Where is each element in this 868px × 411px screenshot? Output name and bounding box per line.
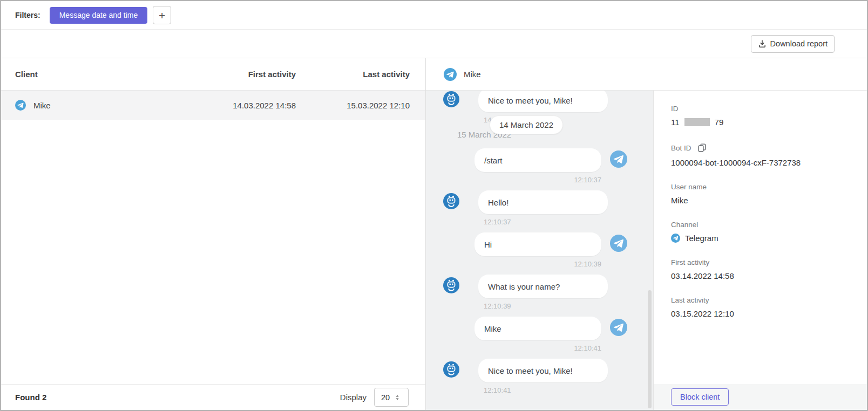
copy-icon[interactable] [697, 142, 707, 153]
chat-client-name: Mike [464, 70, 481, 79]
field-user-name: User name Mike [671, 183, 856, 205]
client-dialogs-page: Filters: Message date and time + Downloa… [0, 0, 868, 411]
client-name: Mike [33, 101, 51, 110]
main-area: Client First activity Last activity Mike… [1, 58, 867, 410]
client-first-activity: 14.03.2022 14:58 [199, 101, 296, 110]
add-filter-button[interactable]: + [153, 6, 171, 24]
message-timestamp: 12:10:41 [484, 386, 653, 394]
field-id: ID 1179 [671, 105, 856, 127]
filter-message-date-time-button[interactable]: Message date and time [50, 7, 148, 24]
chat-message-bot: Nice to meet you, Mike! 12:10:41 [426, 359, 653, 394]
field-user-name-label: User name [671, 183, 856, 191]
telegram-icon [610, 150, 627, 168]
id-value-start: 11 [671, 118, 680, 127]
page-size-value: 20 [381, 393, 390, 402]
message-bubble: What is your name? [478, 275, 608, 298]
field-id-value: 1179 [671, 118, 856, 127]
bot-avatar-icon [443, 361, 459, 378]
field-last-activity-value: 03.15.2022 12:10 [671, 309, 856, 318]
chat-header: Mike [426, 58, 867, 91]
found-count: Found 2 [15, 393, 46, 402]
client-details-panel: ID 1179 Bot ID [653, 91, 867, 410]
display-label: Display [340, 393, 367, 402]
client-row-mike[interactable]: Mike 14.03.2022 14:58 15.03.2022 12:10 [1, 91, 425, 120]
field-channel-label: Channel [671, 221, 856, 229]
field-bot-id: Bot ID 1000094-bot-1000094-cxF-7372738 [671, 142, 856, 167]
message-timestamp: 12:10:39 [426, 260, 653, 268]
field-channel-value: Telegram [685, 234, 718, 243]
client-last-activity: 15.03.2022 12:10 [296, 101, 410, 110]
filters-bar: Filters: Message date and time + [1, 1, 867, 30]
block-client-button[interactable]: Block client [671, 388, 729, 406]
message-bubble: Mike [474, 317, 601, 340]
clients-table-footer: Found 2 Display 20 [1, 384, 425, 410]
clients-table-header: Client First activity Last activity [1, 58, 425, 91]
field-last-activity-label: Last activity [671, 296, 856, 304]
chat-message-client: /start 12:10:37 [426, 148, 653, 184]
download-report-button[interactable]: Download report [751, 35, 835, 53]
column-header-client: Client [15, 70, 199, 79]
chat-message-bot: Hello! 12:10:37 [426, 190, 653, 226]
dialog-region: Mike Nice to meet you, Mike! 14:58:2 [426, 58, 867, 410]
chat-scrollbar-thumb[interactable] [648, 290, 652, 408]
clients-table-body: Mike 14.03.2022 14:58 15.03.2022 12:10 [1, 91, 425, 384]
message-timestamp: 12:10:37 [484, 218, 653, 226]
date-divider-group: 15 March 2022 14 March 2022 [426, 122, 653, 148]
stepper-arrows-icon [395, 394, 400, 401]
message-timestamp: 12:10:41 [426, 344, 653, 352]
telegram-icon [444, 68, 457, 81]
message-bubble: /start [474, 148, 601, 172]
redacted-block [684, 118, 710, 126]
column-header-first-activity: First activity [199, 70, 296, 79]
telegram-icon [15, 100, 26, 111]
telegram-icon [671, 234, 680, 243]
chat-message-list: Nice to meet you, Mike! 14:58:2 15 March… [426, 91, 653, 410]
filters-label: Filters: [15, 11, 40, 19]
field-first-activity-value: 03.14.2022 14:58 [671, 271, 856, 280]
telegram-icon [610, 235, 627, 252]
chat-message-client: Mike 12:10:41 [426, 317, 653, 352]
message-bubble: Nice to meet you, Mike! [478, 359, 608, 382]
page-size-select[interactable]: 20 [374, 388, 409, 407]
field-channel: Channel Telegram [671, 221, 856, 243]
field-user-name-value: Mike [671, 196, 856, 205]
column-header-last-activity: Last activity [296, 70, 410, 79]
field-bot-id-value: 1000094-bot-1000094-cxF-7372738 [671, 158, 856, 167]
field-bot-id-label: Bot ID [671, 144, 691, 152]
chat-message-client: Hi 12:10:39 [426, 232, 653, 268]
field-first-activity-label: First activity [671, 258, 856, 266]
id-value-end: 79 [715, 118, 724, 127]
download-icon [758, 39, 767, 48]
bot-avatar-icon [443, 277, 459, 293]
field-id-label: ID [671, 105, 856, 113]
message-bubble: Hi [474, 232, 601, 256]
telegram-icon [610, 319, 627, 336]
report-toolbar: Download report [1, 30, 867, 58]
message-timestamp: 12:10:39 [484, 302, 653, 310]
chat-message-bot: What is your name? 12:10:39 [426, 275, 653, 310]
message-bubble: Nice to meet you, Mike! [478, 91, 608, 112]
bot-avatar-icon [443, 193, 459, 209]
message-bubble: Hello! [478, 190, 608, 214]
sticky-date-pill: 14 March 2022 [490, 115, 563, 134]
details-footer: Block client [654, 384, 867, 410]
clients-panel: Client First activity Last activity Mike… [1, 58, 426, 410]
bot-avatar-icon [443, 91, 459, 107]
field-last-activity: Last activity 03.15.2022 12:10 [671, 296, 856, 318]
message-timestamp: 12:10:37 [426, 176, 653, 184]
download-report-label: Download report [770, 39, 828, 48]
field-first-activity: First activity 03.14.2022 14:58 [671, 258, 856, 280]
